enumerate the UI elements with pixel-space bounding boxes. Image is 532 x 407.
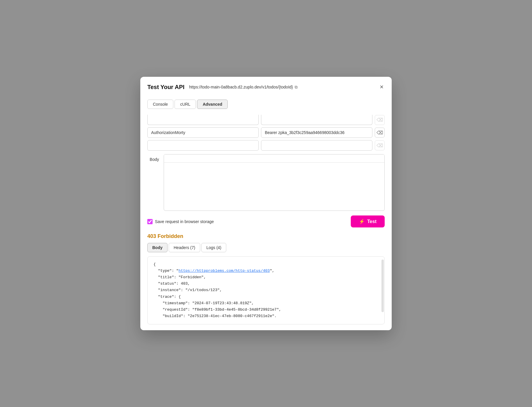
headers-section: ⌫ ⌫ ⌫ [147, 115, 385, 151]
response-tab-body[interactable]: Body [147, 243, 167, 252]
json-output: { "type": "https://httpproblems.com/http… [147, 256, 385, 324]
tab-bar: Console cURL Advanced [147, 100, 385, 109]
modal-header: Test Your API https://todo-main-0a8bacb.… [140, 77, 392, 96]
body-inner-input[interactable] [164, 154, 384, 163]
modal-url-container: https://todo-main-0a8bacb.d2.zuplo.dev/v… [189, 85, 374, 90]
header-key-input-0[interactable] [147, 115, 259, 125]
header-value-input-2[interactable] [261, 140, 372, 151]
response-status: 403 Forbidden [147, 233, 385, 239]
api-test-modal: Test Your API https://todo-main-0a8bacb.… [140, 77, 392, 330]
header-delete-button-1[interactable]: ⌫ [375, 128, 385, 138]
header-row-2: ⌫ [147, 140, 385, 151]
modal-title: Test Your API [147, 84, 184, 91]
header-value-input-1[interactable] [261, 127, 372, 138]
save-label-text: Save request in browser storage [155, 219, 214, 224]
save-checkbox[interactable] [147, 219, 153, 224]
test-button-label: Test [367, 219, 376, 224]
header-delete-button-2: ⌫ [375, 140, 385, 150]
header-row-1: ⌫ [147, 127, 385, 138]
json-scrollbar[interactable] [381, 260, 384, 312]
modal-overlay: Test Your API https://todo-main-0a8bacb.… [0, 0, 532, 407]
response-tab-logs[interactable]: Logs (4) [201, 243, 226, 252]
header-value-input-0[interactable] [261, 115, 372, 125]
save-checkbox-label[interactable]: Save request in browser storage [147, 219, 214, 224]
header-delete-button-0[interactable]: ⌫ [375, 115, 385, 125]
test-button[interactable]: ⚡ Test [351, 215, 385, 227]
tab-curl[interactable]: cURL [175, 100, 196, 109]
modal-url-text: https://todo-main-0a8bacb.d2.zuplo.dev/v… [189, 85, 293, 89]
header-row-0: ⌫ [147, 115, 385, 125]
header-key-input-2[interactable] [147, 140, 259, 151]
response-tab-headers[interactable]: Headers (7) [169, 243, 200, 252]
copy-url-icon[interactable]: ⧉ [295, 85, 298, 90]
close-button[interactable]: × [379, 83, 385, 91]
response-section: 403 Forbidden Body Headers (7) Logs (4) … [147, 233, 385, 324]
header-key-input-1[interactable] [147, 127, 259, 138]
body-textarea[interactable] [164, 163, 384, 209]
body-textarea-wrapper [164, 154, 385, 211]
tab-console[interactable]: Console [147, 100, 173, 109]
lightning-icon: ⚡ [359, 219, 365, 224]
response-tab-bar: Body Headers (7) Logs (4) [147, 243, 385, 252]
response-status-code: 403 [147, 233, 156, 239]
response-status-text: Forbidden [158, 233, 183, 239]
body-label: Body [147, 154, 159, 162]
json-content: { "type": "https://httpproblems.com/http… [153, 261, 380, 319]
body-section: Body [147, 154, 385, 211]
json-type-link[interactable]: https://httpproblems.com/http-status/403 [179, 269, 270, 273]
tab-advanced[interactable]: Advanced [197, 100, 228, 109]
save-test-row: Save request in browser storage ⚡ Test [147, 215, 385, 227]
modal-body: Console cURL Advanced ⌫ ⌫ [140, 96, 392, 330]
